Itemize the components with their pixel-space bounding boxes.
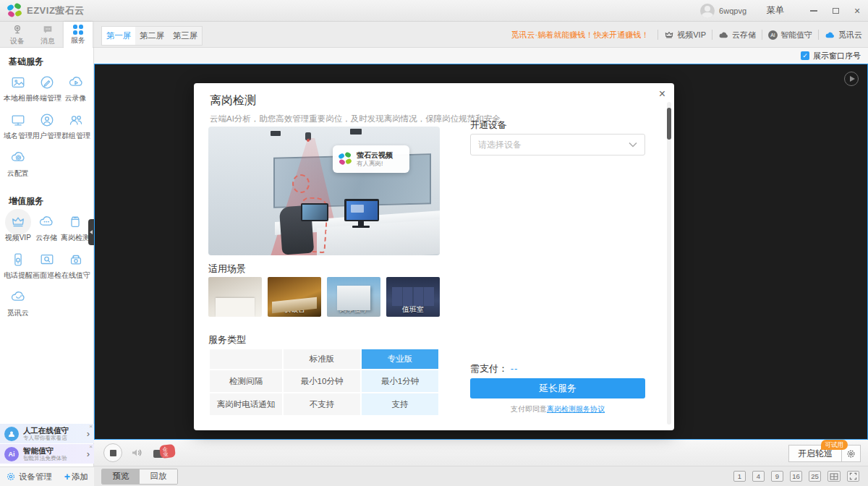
sidebar-item-video-vip[interactable]: 视频VIP bbox=[4, 214, 33, 243]
sidebar-item-terminal-management[interactable]: 终端管理 bbox=[33, 74, 61, 103]
sidebar-item-domain-management[interactable]: 域名管理 bbox=[4, 112, 33, 141]
fullscreen-button[interactable] bbox=[847, 471, 859, 482]
chevron-right-icon: › bbox=[87, 448, 90, 459]
cycle-play-icon[interactable] bbox=[844, 72, 859, 86]
scenario-front-desk[interactable]: 前台 bbox=[208, 277, 262, 317]
scenario-cashier[interactable]: 收银台 bbox=[268, 277, 321, 317]
speaker-icon[interactable] bbox=[130, 447, 143, 459]
table-row-label: 离岗时电话通知 bbox=[210, 393, 282, 415]
sidebar-item-cloud-config[interactable]: 云配置 bbox=[4, 150, 33, 179]
crown-icon bbox=[10, 214, 26, 230]
nav-item-services[interactable]: 服务 bbox=[64, 22, 93, 48]
message-bubble-icon bbox=[42, 24, 54, 35]
agreement-link[interactable]: 离岗检测服务协议 bbox=[547, 405, 605, 413]
smart-duty-promo-card[interactable]: Ai 智能值守 智能算法免费体验 › × bbox=[0, 444, 94, 464]
off-duty-detection-modal: × 离岗检测 云端AI分析，助您高效管理重要岗位，及时发现离岗情况，保障岗位规范… bbox=[194, 83, 674, 430]
link-video-vip[interactable]: 视频VIP bbox=[664, 30, 706, 40]
show-window-number-checkbox[interactable]: ✓ bbox=[801, 51, 809, 60]
extend-service-button[interactable]: 延长服务 bbox=[470, 378, 645, 398]
menu-button[interactable]: 菜单 bbox=[767, 4, 784, 17]
sidebar-item-cloud-storage[interactable]: 云存储 bbox=[33, 214, 61, 243]
promo-banner-text[interactable]: 觅讯云·躺着就能赚钱！快来开通赚钱！ bbox=[511, 30, 650, 40]
phone-bell-icon bbox=[10, 252, 26, 268]
link-smart-guard[interactable]: AI 智能值守 bbox=[768, 30, 812, 40]
modal-close-button[interactable]: × bbox=[659, 88, 665, 101]
monitor bbox=[301, 203, 328, 221]
add-device-button[interactable]: + 添加 bbox=[64, 471, 88, 482]
minimize-button[interactable] bbox=[803, 1, 825, 21]
table-header-empty bbox=[210, 349, 282, 369]
services-sidebar: 基础服务 本地相册 终端管理 云录像 域名管理 用户管理 bbox=[0, 48, 94, 486]
talk-camera-button[interactable]: 企业 bbox=[153, 446, 175, 461]
close-icon[interactable]: × bbox=[89, 444, 93, 450]
sidebar-item-off-duty-detection[interactable]: 离岗检测 bbox=[61, 214, 90, 243]
nav-item-devices[interactable]: 设备 bbox=[3, 22, 32, 48]
link-cloud-storage[interactable]: 云存储 bbox=[718, 30, 756, 40]
show-window-number-label: 展示窗口序号 bbox=[813, 51, 861, 61]
maximize-button[interactable] bbox=[825, 1, 846, 21]
notification-message: 有人离岗! bbox=[357, 160, 393, 167]
device-select[interactable]: 请选择设备 bbox=[470, 134, 645, 155]
sidebar-footer: 设备管理 + 添加 bbox=[0, 466, 94, 486]
table-header-standard[interactable]: 标准版 bbox=[284, 349, 360, 369]
group-icon bbox=[68, 112, 84, 128]
layout-4-button[interactable]: 4 bbox=[752, 471, 765, 482]
talk-badge: 企业 bbox=[159, 444, 176, 459]
modal-description: 云端AI分析，助您高效管理重要岗位，及时发现离岗情况，保障岗位规范和安全 bbox=[210, 114, 501, 124]
stop-all-button[interactable] bbox=[103, 443, 122, 462]
sidebar-item-mixun-cloud[interactable]: 觅讯云 bbox=[4, 289, 33, 318]
table-header-professional[interactable]: 专业版 bbox=[362, 349, 438, 369]
gear-icon bbox=[846, 449, 856, 459]
sidebar-item-local-album[interactable]: 本地相册 bbox=[4, 74, 33, 103]
app-title: EZVIZ萤石云 bbox=[27, 4, 85, 17]
toolbar: 设备 消息 服务 第一屏 第二屏 第三屏 觅讯云·躺着就能赚钱！快来开通赚钱！ … bbox=[0, 22, 868, 48]
layout-16-button[interactable]: 16 bbox=[790, 471, 802, 482]
custom-layout-button[interactable] bbox=[827, 471, 841, 482]
layout-9-button[interactable]: 9 bbox=[771, 471, 783, 482]
manual-duty-promo-card[interactable]: 人工在线值守 专人帮你看家看店 › × bbox=[0, 424, 94, 443]
modal-scrollbar[interactable] bbox=[667, 102, 671, 425]
monitor bbox=[344, 199, 379, 221]
sidebar-item-group-management[interactable]: 群组管理 bbox=[61, 112, 90, 141]
playback-tab[interactable]: 回放 bbox=[140, 469, 177, 484]
agreement-line: 支付即同意离岗检测服务协议 bbox=[470, 404, 645, 414]
screen-magnifier-icon bbox=[39, 252, 55, 268]
tab-screen-2[interactable]: 第二屏 bbox=[135, 27, 169, 45]
scenario-guard-booth[interactable]: 岗亭值守 bbox=[327, 277, 380, 317]
feature-illustration: 萤石云视频 有人离岗! bbox=[208, 127, 440, 255]
nav-label: 消息 bbox=[41, 36, 55, 46]
chevron-down-icon bbox=[629, 142, 637, 148]
username[interactable]: 6wqpvg bbox=[719, 7, 746, 15]
duty-camera-icon bbox=[68, 252, 84, 268]
activate-device-label: 开通设备 bbox=[470, 119, 506, 132]
layout-1-button[interactable]: 1 bbox=[733, 471, 746, 482]
close-button[interactable]: × bbox=[846, 1, 868, 21]
sidebar-item-screen-patrol[interactable]: 画面巡检 bbox=[33, 252, 61, 281]
tab-screen-1[interactable]: 第一屏 bbox=[102, 27, 135, 45]
table-cell: 不支持 bbox=[284, 393, 360, 415]
device-management-button[interactable]: 设备管理 bbox=[19, 472, 52, 482]
player-control-bar: 企业 开启轮巡 可试用 bbox=[94, 440, 868, 466]
alert-notification-card: 萤石云视频 有人离岗! bbox=[333, 145, 409, 173]
sidebar-item-cloud-recording[interactable]: 云录像 bbox=[61, 74, 90, 103]
payment-label: 需支付： bbox=[470, 363, 508, 374]
scrollbar-thumb[interactable] bbox=[667, 108, 671, 140]
grid-split-icon bbox=[830, 473, 838, 480]
nav-item-messages[interactable]: 消息 bbox=[33, 22, 62, 48]
link-mixun-cloud[interactable]: 觅讯云 bbox=[825, 30, 862, 40]
services-waffle-icon bbox=[73, 25, 83, 35]
user-avatar[interactable] bbox=[700, 4, 715, 18]
sidebar-item-user-management[interactable]: 用户管理 bbox=[33, 112, 61, 141]
preview-tab[interactable]: 预览 bbox=[102, 469, 140, 484]
modal-title: 离岗检测 bbox=[210, 93, 256, 108]
sidebar-item-phone-reminder[interactable]: 电话提醒 bbox=[4, 252, 33, 281]
scenario-thumbnails: 前台 收银台 岗亭值守 值班室 bbox=[208, 277, 440, 317]
layout-25-button[interactable]: 25 bbox=[809, 471, 821, 482]
sidebar-collapse-handle[interactable] bbox=[88, 219, 94, 245]
close-icon[interactable]: × bbox=[89, 424, 93, 430]
ezviz-client-window: EZVIZ萤石云 6wqpvg 菜单 × 设备 消息 服务 第一屏 第二屏 第三… bbox=[0, 0, 868, 486]
tab-screen-3[interactable]: 第三屏 bbox=[169, 27, 202, 45]
close-icon: × bbox=[854, 6, 860, 16]
sidebar-item-online-duty[interactable]: 在线值守 bbox=[61, 252, 90, 281]
scenario-duty-room[interactable]: 值班室 bbox=[386, 277, 440, 317]
